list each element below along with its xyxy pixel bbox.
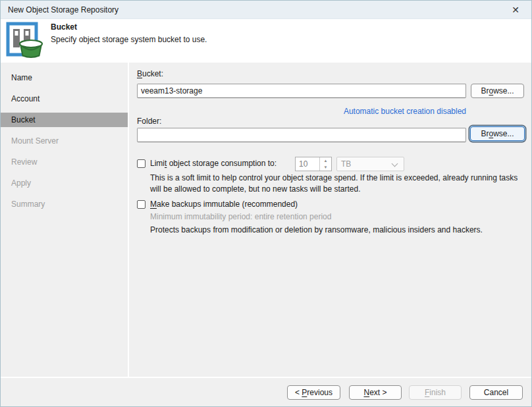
- sidebar-item-bucket[interactable]: Bucket: [1, 113, 128, 127]
- sidebar-item-summary: Summary: [1, 197, 128, 211]
- folder-input[interactable]: [137, 128, 466, 142]
- immutability-period-note: Minimum immutability period: entire rete…: [150, 212, 331, 221]
- new-object-storage-repository-dialog: New Object Storage Repository ✕ Bucket S…: [0, 0, 532, 407]
- spinner-down-icon: ▼: [320, 164, 331, 171]
- previous-button[interactable]: < Previous: [287, 385, 340, 400]
- bucket-label: Bucket:: [137, 69, 163, 78]
- sidebar-item-apply: Apply: [1, 176, 128, 190]
- automatic-bucket-creation-link[interactable]: Automatic bucket creation disabled: [137, 107, 466, 116]
- limit-unit-dropdown: TB: [336, 157, 404, 171]
- limit-amount-spinner: 10 ▲ ▼: [295, 157, 332, 171]
- object-storage-bucket-icon: [5, 21, 45, 59]
- limit-consumption-checkbox[interactable]: [137, 159, 146, 168]
- finish-button: Finish: [409, 385, 462, 400]
- make-immutable-label: Make backups immutable (recommended): [150, 200, 298, 209]
- limit-consumption-label: Limit object storage consumption to:: [150, 159, 277, 168]
- chevron-down-icon: [392, 161, 398, 167]
- step-subtitle: Specify object storage system bucket to …: [51, 35, 207, 44]
- wizard-header: Bucket Specify object storage system buc…: [1, 19, 531, 63]
- make-immutable-checkbox[interactable]: [137, 200, 146, 209]
- spinner-up-icon: ▲: [320, 157, 331, 164]
- limit-description: This is a soft limit to help control you…: [150, 173, 525, 195]
- bucket-browse-button[interactable]: Browse...: [471, 84, 524, 98]
- immutable-description: Protects backups from modification or de…: [150, 225, 532, 236]
- folder-browse-button[interactable]: Browse...: [470, 126, 525, 141]
- step-title: Bucket: [51, 22, 77, 32]
- spinner-arrows: ▲ ▼: [319, 157, 331, 171]
- sidebar-item-account[interactable]: Account: [1, 92, 128, 106]
- sidebar-item-mount-server: Mount Server: [1, 134, 128, 148]
- sidebar-item-review: Review: [1, 155, 128, 169]
- bucket-input[interactable]: [137, 84, 466, 98]
- next-button[interactable]: Next >: [349, 385, 402, 400]
- close-icon[interactable]: ✕: [509, 3, 522, 16]
- sidebar-item-name[interactable]: Name: [1, 70, 128, 85]
- wizard-steps-sidebar: NameAccountBucketMount ServerReviewApply…: [1, 63, 128, 375]
- limit-amount-value: 10: [299, 159, 307, 169]
- sidebar-divider: [128, 63, 129, 377]
- title-bar: New Object Storage Repository ✕: [1, 1, 531, 19]
- window-title: New Object Storage Repository: [8, 5, 119, 14]
- folder-label: Folder:: [137, 117, 161, 126]
- cancel-button[interactable]: Cancel: [469, 385, 523, 400]
- limit-unit-value: TB: [341, 159, 351, 169]
